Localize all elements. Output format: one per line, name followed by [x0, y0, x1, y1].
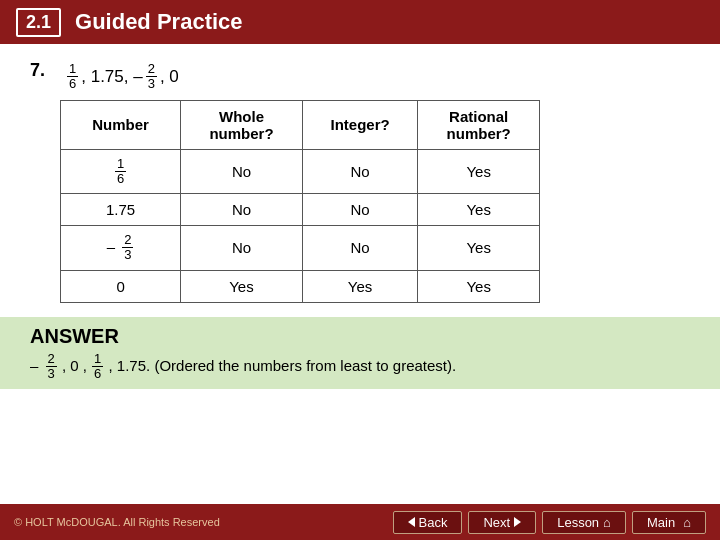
- lesson-button[interactable]: Lesson ⌂: [542, 511, 626, 534]
- table-row: – 2 3 No No Yes: [61, 226, 540, 271]
- sequence-part1: , 1.75, –: [81, 67, 142, 87]
- col-whole: Wholenumber?: [181, 100, 303, 149]
- header: 2.1 Guided Practice: [0, 0, 720, 44]
- problem-number: 7.: [30, 60, 60, 81]
- cell-whole-2: No: [181, 194, 303, 226]
- frac1: 1 6: [67, 62, 78, 92]
- col-number: Number: [61, 100, 181, 149]
- header-title: Guided Practice: [75, 9, 243, 35]
- house-icon: ⌂: [603, 515, 611, 530]
- back-label: Back: [419, 515, 448, 530]
- ans-frac2: 1 6: [92, 352, 103, 382]
- cell-rational-2: Yes: [418, 194, 540, 226]
- cell-whole-1: No: [181, 149, 303, 194]
- cell-number-175: 1.75: [61, 194, 181, 226]
- next-arrow-icon: [514, 517, 521, 527]
- cell-number-0: 0: [61, 270, 181, 302]
- table-row: 1.75 No No Yes: [61, 194, 540, 226]
- ans-note: (Ordered the numbers from least to great…: [154, 357, 456, 374]
- cell-number-frac1: 1 6: [61, 149, 181, 194]
- classification-table: Number Wholenumber? Integer? Rationalnum…: [60, 100, 540, 303]
- cell-integer-2: No: [302, 194, 418, 226]
- lesson-label: Lesson: [557, 515, 599, 530]
- problem-sequence: 1 6 , 1.75, – 2 3 , 0: [66, 60, 179, 92]
- back-arrow-icon: [408, 517, 415, 527]
- ans-frac-neg: 2 3: [46, 352, 57, 382]
- col-integer: Integer?: [302, 100, 418, 149]
- main-label: Main: [647, 515, 675, 530]
- back-button[interactable]: Back: [393, 511, 463, 534]
- answer-section: ANSWER – 2 3 , 0 , 1 6 , 1.75. (Ordered …: [0, 317, 720, 390]
- ans-seq1: , 0 ,: [62, 357, 87, 374]
- ans-seq2: , 1.75.: [109, 357, 151, 374]
- copyright-text: © HOLT McDOUGAL. All Rights Reserved: [14, 516, 220, 528]
- table-row: 1 6 No No Yes: [61, 149, 540, 194]
- answer-text: – 2 3 , 0 , 1 6 , 1.75. (Ordered the num…: [30, 352, 704, 382]
- table-row: 0 Yes Yes Yes: [61, 270, 540, 302]
- footer-buttons: Back Next Lesson ⌂ Main ⌂: [393, 511, 706, 534]
- answer-label: ANSWER: [30, 325, 704, 348]
- col-rational: Rationalnumber?: [418, 100, 540, 149]
- sequence-part2: , 0: [160, 67, 179, 87]
- cell-integer-4: Yes: [302, 270, 418, 302]
- table-header-row: Number Wholenumber? Integer? Rationalnum…: [61, 100, 540, 149]
- cell-frac1: 1 6: [115, 157, 126, 187]
- cell-integer-1: No: [302, 149, 418, 194]
- main-house-icon: ⌂: [683, 515, 691, 530]
- cell-rational-3: Yes: [418, 226, 540, 271]
- cell-whole-3: No: [181, 226, 303, 271]
- classification-table-wrap: Number Wholenumber? Integer? Rationalnum…: [60, 100, 690, 303]
- frac2: 2 3: [146, 62, 157, 92]
- cell-rational-4: Yes: [418, 270, 540, 302]
- cell-whole-4: Yes: [181, 270, 303, 302]
- footer: © HOLT McDOUGAL. All Rights Reserved Bac…: [0, 504, 720, 540]
- cell-number-neg-frac: – 2 3: [61, 226, 181, 271]
- problem-row: 7. 1 6 , 1.75, – 2 3 , 0: [30, 60, 690, 92]
- next-button[interactable]: Next: [468, 511, 536, 534]
- main-content: 7. 1 6 , 1.75, – 2 3 , 0 Number Wholenum…: [0, 44, 720, 409]
- version-badge: 2.1: [16, 8, 61, 37]
- cell-neg-frac: 2 3: [122, 233, 133, 263]
- next-label: Next: [483, 515, 510, 530]
- main-button[interactable]: Main ⌂: [632, 511, 706, 534]
- cell-rational-1: Yes: [418, 149, 540, 194]
- cell-integer-3: No: [302, 226, 418, 271]
